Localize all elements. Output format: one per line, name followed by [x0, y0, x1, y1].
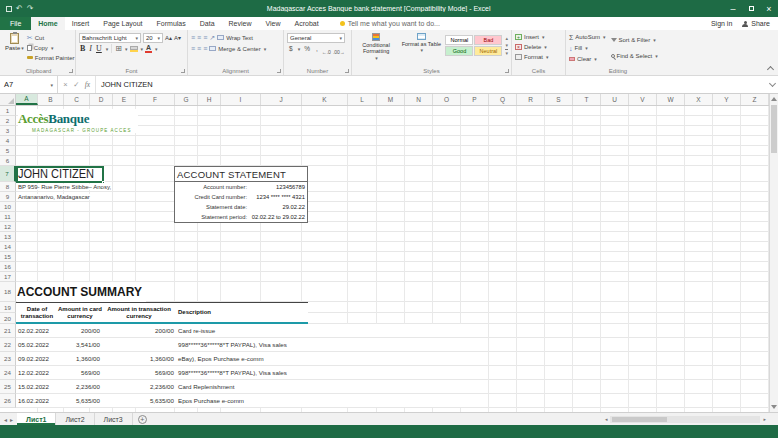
sheet-prev-icon[interactable]: ◂ [4, 416, 7, 423]
column-header-m[interactable]: M [377, 94, 405, 105]
fill-color-icon[interactable] [130, 46, 138, 52]
row-header-2[interactable]: 2 [0, 116, 16, 126]
tell-me-box[interactable]: Tell me what you want to do... [332, 17, 448, 30]
horizontal-scroll-thumb[interactable] [612, 417, 667, 422]
column-header-d[interactable]: D [90, 94, 113, 105]
sign-in-link[interactable]: Sign in [711, 20, 732, 27]
column-header-v[interactable]: V [629, 94, 657, 105]
increase-decimal-icon[interactable] [322, 40, 331, 58]
vertical-scroll-thumb[interactable] [771, 105, 777, 153]
insert-function-icon[interactable]: fx [82, 80, 93, 89]
name-box[interactable]: A7▾ [0, 76, 58, 93]
row-header-18[interactable]: 18 [0, 282, 16, 302]
orientation-icon[interactable]: ↗ [209, 34, 215, 41]
align-left-icon[interactable]: ≡ [191, 45, 195, 52]
currency-format-icon[interactable]: $ [287, 45, 295, 52]
ribbon-tab-page-layout[interactable]: Page Layout [96, 17, 149, 30]
share-button[interactable]: Share [742, 20, 770, 27]
gallery-down-icon[interactable]: ▾ [505, 42, 508, 48]
transaction-row-3[interactable]: 09.02.20221,360/001,360/00eBay), Epos Pu… [16, 352, 476, 366]
column-header-b[interactable]: B [38, 94, 64, 105]
row-header-11[interactable]: 11 [0, 212, 16, 222]
font-dialog-launcher[interactable] [181, 69, 185, 73]
sort-filter-button[interactable]: Sort & Filter▾ [611, 32, 658, 47]
column-header-u[interactable]: U [601, 94, 629, 105]
insert-cells-button[interactable]: Insert▾ [515, 32, 562, 42]
align-center-icon[interactable]: ≡ [197, 45, 201, 52]
column-header-z[interactable]: Z [741, 94, 769, 105]
find-select-button[interactable]: Find & Select▾ [611, 48, 658, 63]
row-header-7[interactable]: 7 [0, 166, 16, 182]
ribbon-tab-view[interactable]: View [259, 17, 288, 30]
minimize-button[interactable]: – [724, 0, 742, 17]
align-middle-icon[interactable]: ≡ [197, 34, 201, 41]
row-header-4[interactable]: 4 [0, 136, 16, 146]
sheet-next-icon[interactable]: ▸ [10, 416, 13, 423]
align-top-icon[interactable]: ≡ [191, 34, 195, 41]
borders-icon[interactable]: ⊞ [115, 45, 122, 53]
align-bottom-icon[interactable]: ≡ [203, 34, 207, 41]
row-header-14[interactable]: 14 [0, 242, 16, 252]
enter-icon[interactable]: ✓ [71, 80, 82, 89]
column-header-k[interactable]: K [302, 94, 348, 105]
sheet-tab-лист1[interactable]: Лист1 [17, 413, 56, 425]
alignment-dialog-launcher[interactable] [277, 69, 281, 73]
conditional-formatting-button[interactable]: Conditional Formatting▾ [355, 32, 397, 61]
column-header-l[interactable]: L [348, 94, 377, 105]
column-header-p[interactable]: P [461, 94, 489, 105]
fill-button[interactable]: ↓Fill▾ [569, 43, 606, 53]
autosum-button[interactable]: ΣAutoSum▾ [569, 32, 606, 42]
column-header-x[interactable]: X [685, 94, 713, 105]
row-header-16[interactable]: 16 [0, 262, 16, 272]
transaction-row-4[interactable]: 12.02.2022569/00569/00998*****36*****8*T… [16, 366, 476, 380]
font-color-icon[interactable]: A [145, 44, 152, 53]
column-header-h[interactable]: H [198, 94, 221, 105]
font-size-combo[interactable]: 20▾ [143, 33, 163, 43]
collapse-ribbon-icon[interactable] [767, 66, 774, 73]
row-header-5[interactable]: 5 [0, 146, 16, 156]
number-dialog-launcher[interactable] [345, 69, 349, 73]
transaction-row-5[interactable]: 15.02.20222,236/002,236/00Card Replenish… [16, 380, 476, 394]
customer-address-line1[interactable]: BP 959- Rue Pierre Stibbe– Anosy, [18, 184, 111, 190]
cancel-icon[interactable]: × [60, 80, 71, 89]
maximize-button[interactable] [742, 0, 760, 17]
column-header-s[interactable]: S [545, 94, 573, 105]
column-header-y[interactable]: Y [713, 94, 741, 105]
align-right-icon[interactable]: ≡ [203, 45, 207, 52]
row-header-26[interactable]: 26 [0, 394, 16, 408]
hscroll-right-icon[interactable]: ▸ [763, 416, 766, 422]
styles-dialog-launcher[interactable] [505, 69, 509, 73]
delete-cells-button[interactable]: Delete▾ [515, 42, 562, 52]
transaction-row-2[interactable]: 05.02.20223,541/00998*****36*****8*T PAY… [16, 338, 476, 352]
sheet-tab-лист2[interactable]: Лист2 [56, 413, 94, 425]
row-header-25[interactable]: 25 [0, 380, 16, 394]
column-header-j[interactable]: J [261, 94, 302, 105]
italic-button[interactable]: I [88, 44, 93, 53]
merge-center-button[interactable]: Merge & Center [218, 46, 260, 52]
ribbon-tab-insert[interactable]: Insert [65, 17, 97, 30]
grid-cells[interactable]: AccèsBanque MADAGASCAR - GROUPE ACCES JO… [16, 106, 769, 412]
row-header-10[interactable]: 10 [0, 202, 16, 212]
ribbon-tab-review[interactable]: Review [222, 17, 259, 30]
row-header-24[interactable]: 24 [0, 366, 16, 380]
cut-button[interactable]: ✂Cut [27, 33, 75, 42]
column-header-g[interactable]: G [175, 94, 198, 105]
save-icon[interactable] [6, 6, 12, 12]
customer-address-line2[interactable]: Antananarivo, Madagascar [18, 194, 90, 200]
column-header-i[interactable]: I [221, 94, 261, 105]
row-header-3[interactable]: 3 [0, 126, 16, 136]
row-header-21[interactable]: 21 [0, 324, 16, 338]
column-header-r[interactable]: R [517, 94, 545, 105]
column-header-n[interactable]: N [405, 94, 433, 105]
cell-style-good[interactable]: Good [445, 46, 473, 56]
vertical-scrollbar[interactable] [769, 94, 778, 412]
scroll-up-icon[interactable] [771, 97, 777, 101]
column-header-q[interactable]: Q [489, 94, 517, 105]
transaction-row-6[interactable]: 16.02.20225,635/005,635/00Epos Purchase … [16, 394, 476, 408]
sheet-tab-лист3[interactable]: Лист3 [95, 413, 133, 425]
font-name-combo[interactable]: Bahnschrift Light▾ [79, 33, 141, 43]
cell-style-normal[interactable]: Normal [445, 35, 473, 45]
hscroll-left-icon[interactable]: ◂ [605, 416, 608, 422]
column-header-f[interactable]: F [136, 94, 175, 105]
column-header-a[interactable]: A [16, 94, 38, 105]
